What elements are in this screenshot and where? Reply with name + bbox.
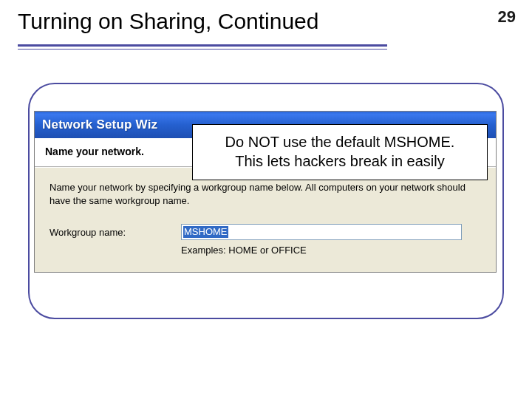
dialog-instructions: Name your network by specifying a workgr…	[50, 181, 478, 208]
workgroup-name-input[interactable]: MSHOME	[181, 224, 462, 240]
warning-callout: Do NOT use the default MSHOME. This lets…	[192, 124, 488, 180]
dialog-body: Name your network by specifying a workgr…	[35, 167, 496, 272]
dialog-title-text: Network Setup Wiz	[42, 117, 157, 132]
slide-title: Turning on Sharing, Continued	[18, 9, 514, 41]
title-underline-thick	[18, 44, 387, 47]
workgroup-examples: Examples: HOME or OFFICE	[181, 245, 481, 256]
workgroup-field-row: Workgroup name: MSHOME	[50, 224, 481, 240]
workgroup-value-selected: MSHOME	[183, 226, 228, 238]
workgroup-label: Workgroup name:	[50, 227, 160, 238]
callout-line-1: Do NOT use the default MSHOME.	[203, 132, 477, 151]
slide-header: Turning on Sharing, Continued 29	[0, 0, 532, 50]
title-underline-thin	[18, 49, 387, 50]
callout-line-2: This lets hackers break in easily	[203, 151, 477, 171]
slide-number: 29	[498, 7, 516, 27]
